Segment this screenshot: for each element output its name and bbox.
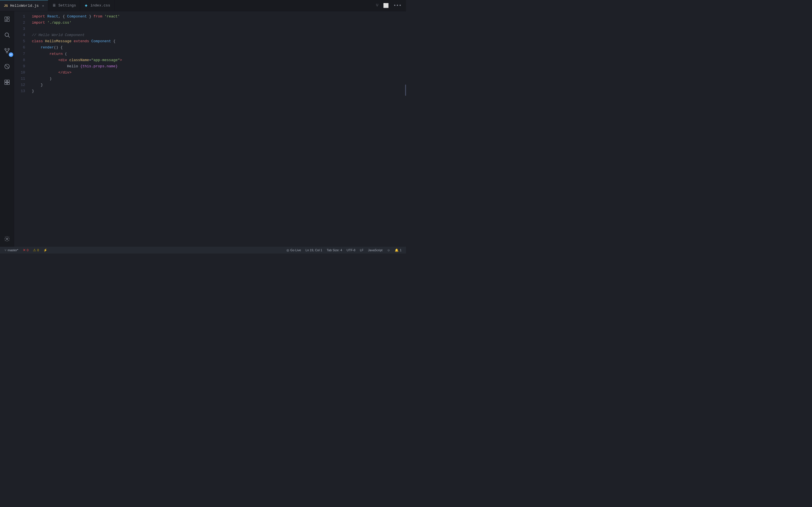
notification-count: 1 bbox=[400, 248, 402, 252]
warnings-status[interactable]: ⚠ 0 bbox=[31, 247, 41, 253]
sidebar-icon-extensions[interactable] bbox=[2, 77, 12, 87]
svg-line-10 bbox=[5, 51, 7, 52]
split-editor-icon[interactable]: ⬜ bbox=[383, 3, 389, 8]
tab-bar-actions: ⑂ ⬜ ••• bbox=[376, 3, 406, 8]
code-line-5: class HelloMessage extends Component { bbox=[32, 38, 406, 45]
tab-close-button[interactable]: ✕ bbox=[42, 4, 44, 8]
code-line-8: <div className="app-message"> bbox=[32, 57, 406, 63]
code-line-13: } bbox=[32, 88, 406, 94]
code-line-10: </div> bbox=[32, 69, 406, 76]
code-line-3 bbox=[32, 26, 406, 32]
sidebar-icon-no-symbol[interactable] bbox=[2, 61, 12, 71]
git-compare-icon[interactable]: ⑂ bbox=[376, 3, 378, 8]
svg-line-14 bbox=[5, 65, 9, 68]
tab-size-status[interactable]: Tab Size: 4 bbox=[324, 247, 344, 253]
smiley-icon: ☺ bbox=[387, 248, 390, 252]
code-line-7: return ( bbox=[32, 51, 406, 57]
tab-settings-label: Settings bbox=[58, 3, 76, 8]
sidebar-icon-search[interactable] bbox=[2, 30, 12, 40]
status-bar: ⑂ master* ✕ 0 ⚠ 0 ⚡ ◎ Go Live Ln 19, Col… bbox=[0, 247, 406, 253]
code-line-6: render() { bbox=[32, 45, 406, 51]
bell-icon: 🔔 bbox=[395, 248, 399, 252]
warning-count: 0 bbox=[37, 248, 39, 252]
tab-indexcss[interactable]: ◈ index.css bbox=[80, 0, 114, 11]
sidebar-icon-explorer[interactable] bbox=[2, 14, 12, 24]
svg-rect-0 bbox=[4, 17, 6, 19]
editor: 1 2 3 4 5 6 7 8 9 10 11 12 13 import Rea… bbox=[14, 11, 406, 247]
notification-status[interactable]: 🔔 1 bbox=[393, 247, 404, 253]
svg-point-7 bbox=[8, 48, 9, 50]
settings-file-icon: ☰ bbox=[52, 4, 56, 8]
code-line-9: Hello {this.props.name} bbox=[32, 63, 406, 69]
svg-point-6 bbox=[4, 48, 6, 50]
scrollbar-thumb bbox=[405, 84, 406, 96]
svg-rect-17 bbox=[4, 82, 6, 84]
line-ending-status[interactable]: LF bbox=[357, 247, 366, 253]
code-line-12: } bbox=[32, 82, 406, 88]
go-live-icon: ◎ bbox=[287, 248, 289, 252]
encoding-label: UTF-8 bbox=[347, 248, 355, 252]
sidebar-icon-settings[interactable] bbox=[2, 234, 12, 244]
lightning-status[interactable]: ⚡ bbox=[41, 247, 50, 253]
tab-bar: JS HelloWorld.js ✕ ☰ Settings ◈ index.cs… bbox=[0, 0, 406, 11]
tab-settings[interactable]: ☰ Settings bbox=[48, 0, 80, 11]
smiley-status[interactable]: ☺ bbox=[385, 247, 393, 253]
svg-point-4 bbox=[5, 33, 8, 37]
go-live-button[interactable]: ◎ Go Live bbox=[284, 247, 303, 253]
svg-rect-3 bbox=[4, 20, 6, 22]
code-line-1: import React, { Component } from 'react' bbox=[32, 13, 406, 20]
main-area: 27 1 2 3 4 bbox=[0, 11, 406, 247]
svg-rect-2 bbox=[7, 19, 9, 21]
scrollbar-track[interactable] bbox=[404, 11, 406, 247]
error-icon: ✕ bbox=[23, 248, 26, 252]
more-actions-icon[interactable]: ••• bbox=[393, 3, 402, 8]
js-icon: JS bbox=[4, 4, 8, 8]
git-branch-icon: ⑂ bbox=[4, 248, 6, 252]
cursor-position-label: Ln 19, Col 1 bbox=[306, 248, 322, 252]
svg-line-5 bbox=[8, 36, 10, 38]
tab-helloworld[interactable]: JS HelloWorld.js ✕ bbox=[0, 0, 48, 11]
line-ending-label: LF bbox=[360, 248, 363, 252]
language-status[interactable]: JavaScript bbox=[366, 247, 385, 253]
cursor-position-status[interactable]: Ln 19, Col 1 bbox=[303, 247, 324, 253]
svg-point-19 bbox=[6, 238, 8, 240]
tab-size-label: Tab Size: 4 bbox=[327, 248, 342, 252]
code-editor[interactable]: import React, { Component } from 'react'… bbox=[30, 11, 406, 247]
svg-rect-18 bbox=[7, 82, 9, 84]
svg-line-12 bbox=[7, 51, 9, 52]
css-icon: ◈ bbox=[84, 4, 88, 8]
git-branch-status[interactable]: ⑂ master* bbox=[2, 247, 20, 253]
svg-rect-16 bbox=[7, 80, 9, 82]
line-numbers: 1 2 3 4 5 6 7 8 9 10 11 12 13 bbox=[14, 11, 30, 247]
tab-helloworld-label: HelloWorld.js bbox=[10, 4, 39, 8]
encoding-status[interactable]: UTF-8 bbox=[344, 247, 357, 253]
lightning-icon: ⚡ bbox=[43, 248, 47, 252]
tab-indexcss-label: index.css bbox=[90, 3, 110, 8]
git-branch-label: master* bbox=[8, 248, 18, 252]
error-count: 0 bbox=[27, 248, 29, 252]
language-label: JavaScript bbox=[368, 248, 382, 252]
source-control-badge: 27 bbox=[9, 52, 13, 57]
svg-rect-1 bbox=[7, 17, 9, 18]
warning-icon: ⚠ bbox=[33, 248, 36, 252]
sidebar-icon-source-control[interactable]: 27 bbox=[2, 46, 12, 56]
sidebar: 27 bbox=[0, 11, 14, 247]
svg-rect-15 bbox=[4, 80, 6, 82]
code-line-2: import './app.css' bbox=[32, 20, 406, 26]
code-line-4: // Hello World Component bbox=[32, 32, 406, 38]
svg-point-8 bbox=[6, 52, 8, 53]
go-live-label: Go Live bbox=[290, 248, 301, 252]
code-line-11: ) bbox=[32, 76, 406, 82]
errors-status[interactable]: ✕ 0 bbox=[20, 247, 31, 253]
